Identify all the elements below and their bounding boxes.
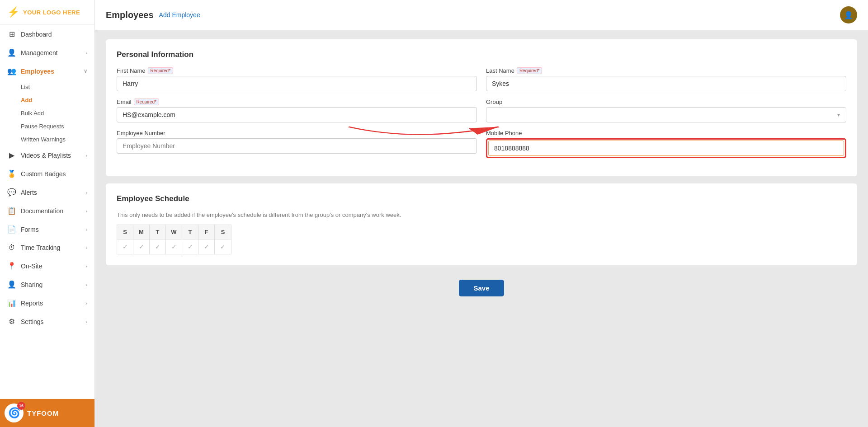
sidebar-item-label: Dashboard	[21, 31, 52, 38]
schedule-title: Employee Schedule	[117, 194, 846, 203]
tyfoom-icon-wrap: 🌀 16	[5, 404, 24, 422]
sidebar-sub-pause-requests[interactable]: Pause Requests	[0, 120, 94, 133]
tyfoom-label: TYFOOM	[27, 409, 59, 417]
management-icon: 👤	[7, 48, 16, 57]
sidebar-item-label: Custom Badges	[21, 170, 66, 178]
sidebar: ⚡ YOUR LOGO HERE ⊞ Dashboard 👤 Managemen…	[0, 0, 95, 427]
sidebar-item-label: Reports	[21, 300, 43, 307]
user-avatar[interactable]: 👤	[840, 6, 857, 23]
chevron-right-icon: ›	[85, 245, 87, 250]
employee-number-mobile-row: Employee Number Mobile Phone	[117, 130, 846, 158]
tyfoom-button[interactable]: 🌀 16 TYFOOM	[0, 399, 94, 427]
logo-area[interactable]: ⚡ YOUR LOGO HERE	[0, 0, 94, 25]
schedule-description: This only needs to be added if the emplo…	[117, 211, 846, 218]
day-check-s2[interactable]: ✓	[215, 239, 231, 254]
sidebar-item-label: Videos & Playlists	[21, 152, 71, 159]
sidebar-item-reports[interactable]: 📊 Reports ›	[0, 294, 94, 312]
employee-schedule-card: Employee Schedule This only needs to be …	[106, 183, 857, 265]
sidebar-sub-bulk-add[interactable]: Bulk Add	[0, 107, 94, 120]
email-required: Required*	[134, 99, 159, 105]
chevron-right-icon: ›	[85, 263, 87, 269]
day-header-s2: S	[215, 225, 231, 239]
settings-icon: ⚙	[7, 317, 16, 326]
sidebar-item-forms[interactable]: 📄 Forms ›	[0, 220, 94, 239]
sidebar-item-dashboard[interactable]: ⊞ Dashboard	[0, 25, 94, 43]
sidebar-item-label: Employees	[21, 68, 54, 75]
dashboard-icon: ⊞	[7, 30, 16, 38]
alerts-icon: 💬	[7, 188, 16, 197]
mobile-phone-highlight-box	[486, 138, 846, 158]
day-check-m[interactable]: ✓	[133, 239, 150, 254]
employee-number-group: Employee Number	[117, 130, 477, 158]
chevron-right-icon: ›	[85, 50, 87, 56]
forms-icon: 📄	[7, 225, 16, 234]
page-title: Employees	[106, 10, 154, 20]
last-name-required: Required*	[517, 67, 542, 74]
personal-info-card: Personal Information First Name Required…	[106, 39, 857, 176]
main-content: Employees Add Employee 👤 Personal Inform…	[95, 0, 868, 427]
day-check-s1[interactable]: ✓	[117, 239, 133, 254]
topbar: Employees Add Employee 👤	[95, 0, 868, 30]
documentation-icon: 📋	[7, 206, 16, 215]
chevron-right-icon: ›	[85, 208, 87, 214]
chevron-right-icon: ›	[85, 153, 87, 158]
email-group: Email Required*	[117, 99, 477, 122]
day-header-t1: T	[150, 225, 166, 239]
last-name-input[interactable]	[486, 76, 846, 91]
last-name-label: Last Name Required*	[486, 67, 846, 74]
day-check-w[interactable]: ✓	[166, 239, 182, 254]
sidebar-item-sharing[interactable]: 👤 Sharing ›	[0, 275, 94, 294]
save-area: Save	[106, 272, 857, 304]
schedule-table: S M T W T F S ✓ ✓ ✓ ✓ ✓ ✓ ✓	[117, 225, 231, 254]
sharing-icon: 👤	[7, 280, 16, 289]
day-check-t1[interactable]: ✓	[150, 239, 166, 254]
schedule-check-row: ✓ ✓ ✓ ✓ ✓ ✓ ✓	[117, 239, 231, 254]
sidebar-item-documentation[interactable]: 📋 Documentation ›	[0, 202, 94, 220]
day-check-f[interactable]: ✓	[198, 239, 215, 254]
sidebar-item-label: On-Site	[21, 263, 42, 270]
sidebar-item-videos[interactable]: ▶ Videos & Playlists ›	[0, 146, 94, 164]
employees-icon: 👥	[7, 67, 16, 75]
sidebar-item-alerts[interactable]: 💬 Alerts ›	[0, 183, 94, 202]
sidebar-item-employees[interactable]: 👥 Employees ∨	[0, 62, 94, 80]
first-name-required: Required*	[148, 67, 173, 74]
mobile-phone-input[interactable]	[488, 141, 844, 156]
sidebar-item-label: Management	[21, 49, 58, 56]
sidebar-item-management[interactable]: 👤 Management ›	[0, 43, 94, 62]
first-name-input[interactable]	[117, 76, 477, 91]
group-select[interactable]	[486, 107, 846, 122]
sidebar-item-custom-badges[interactable]: 🏅 Custom Badges	[0, 164, 94, 183]
sidebar-item-time-tracking[interactable]: ⏱ Time Tracking ›	[0, 239, 94, 257]
logo-icon: ⚡	[7, 6, 19, 18]
day-header-w: W	[166, 225, 182, 239]
on-site-icon: 📍	[7, 262, 16, 270]
add-employee-link[interactable]: Add Employee	[159, 11, 200, 19]
first-name-group: First Name Required*	[117, 67, 477, 91]
email-input[interactable]	[117, 107, 477, 122]
sidebar-item-on-site[interactable]: 📍 On-Site ›	[0, 257, 94, 275]
group-select-wrapper	[486, 107, 846, 122]
day-check-t2[interactable]: ✓	[182, 239, 198, 254]
group-group: Group	[486, 99, 846, 122]
videos-icon: ▶	[7, 151, 16, 160]
employee-number-input[interactable]	[117, 138, 477, 154]
custom-badges-icon: 🏅	[7, 169, 16, 178]
day-header-m: M	[133, 225, 150, 239]
day-header-t2: T	[182, 225, 198, 239]
sidebar-item-label: Documentation	[21, 207, 63, 215]
chevron-right-icon: ›	[85, 300, 87, 306]
employee-number-label: Employee Number	[117, 130, 477, 136]
sidebar-sub-add[interactable]: Add	[0, 94, 94, 107]
chevron-right-icon: ›	[85, 319, 87, 324]
chevron-down-icon: ∨	[84, 68, 87, 74]
save-button[interactable]: Save	[459, 280, 504, 296]
personal-info-title: Personal Information	[117, 50, 846, 59]
day-header-s1: S	[117, 225, 133, 239]
logo-text: YOUR LOGO HERE	[23, 9, 80, 16]
sidebar-sub-written-warnings[interactable]: Written Warnings	[0, 133, 94, 146]
sidebar-item-label: Alerts	[21, 189, 37, 196]
mobile-phone-label: Mobile Phone	[486, 130, 846, 136]
chevron-right-icon: ›	[85, 190, 87, 195]
sidebar-item-settings[interactable]: ⚙ Settings ›	[0, 312, 94, 331]
sidebar-sub-list[interactable]: List	[0, 80, 94, 94]
